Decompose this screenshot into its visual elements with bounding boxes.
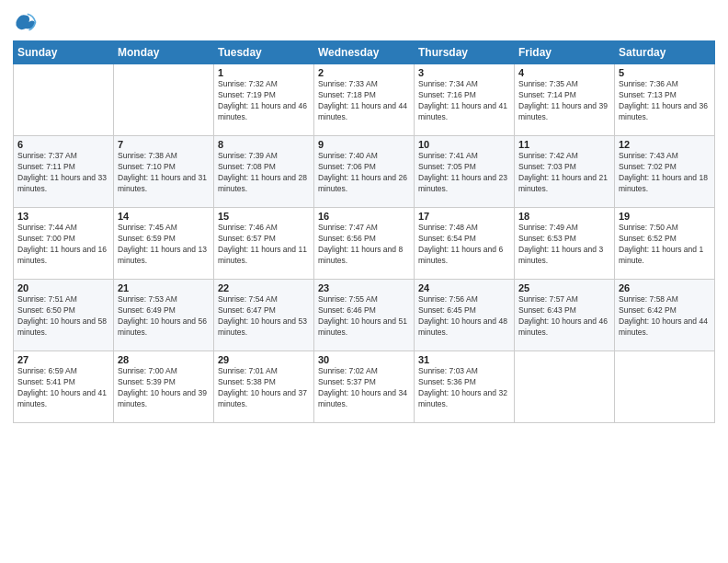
day-number: 13: [17, 211, 109, 222]
calendar-cell: 16Sunrise: 7:47 AMSunset: 6:56 PMDayligh…: [314, 208, 415, 280]
calendar-cell: 5Sunrise: 7:36 AMSunset: 7:13 PMDaylight…: [615, 64, 715, 136]
calendar-cell: 21Sunrise: 7:53 AMSunset: 6:49 PMDayligh…: [114, 280, 214, 351]
calendar-cell: [14, 64, 114, 136]
calendar-cell: 25Sunrise: 7:57 AMSunset: 6:43 PMDayligh…: [515, 280, 615, 351]
calendar-cell: 4Sunrise: 7:35 AMSunset: 7:14 PMDaylight…: [515, 64, 615, 136]
day-number: 9: [318, 139, 410, 150]
calendar-cell: 26Sunrise: 7:58 AMSunset: 6:42 PMDayligh…: [615, 280, 715, 351]
day-info: Sunrise: 7:01 AMSunset: 5:38 PMDaylight:…: [218, 366, 310, 410]
day-number: 18: [518, 211, 610, 222]
calendar-row-4: 27Sunrise: 6:59 AMSunset: 5:41 PMDayligh…: [14, 351, 715, 423]
day-info: Sunrise: 7:43 AMSunset: 7:02 PMDaylight:…: [619, 151, 711, 195]
day-number: 30: [318, 354, 410, 365]
calendar-cell: 8Sunrise: 7:39 AMSunset: 7:08 PMDaylight…: [214, 136, 314, 208]
calendar-cell: 29Sunrise: 7:01 AMSunset: 5:38 PMDayligh…: [214, 351, 314, 423]
day-info: Sunrise: 7:36 AMSunset: 7:13 PMDaylight:…: [619, 79, 711, 123]
day-number: 17: [418, 211, 510, 222]
day-info: Sunrise: 7:39 AMSunset: 7:08 PMDaylight:…: [218, 151, 310, 195]
day-number: 12: [619, 139, 711, 150]
day-number: 8: [218, 139, 310, 150]
header-cell-friday: Friday: [515, 41, 615, 64]
day-info: Sunrise: 7:53 AMSunset: 6:49 PMDaylight:…: [118, 294, 210, 339]
calendar-cell: 28Sunrise: 7:00 AMSunset: 5:39 PMDayligh…: [114, 351, 214, 423]
calendar-cell: 9Sunrise: 7:40 AMSunset: 7:06 PMDaylight…: [314, 136, 415, 208]
calendar-cell: 31Sunrise: 7:03 AMSunset: 5:36 PMDayligh…: [415, 351, 515, 423]
day-info: Sunrise: 7:46 AMSunset: 6:57 PMDaylight:…: [218, 223, 310, 267]
page: SundayMondayTuesdayWednesdayThursdayFrid…: [0, 0, 728, 563]
calendar-cell: 24Sunrise: 7:56 AMSunset: 6:45 PMDayligh…: [415, 280, 515, 351]
day-info: Sunrise: 7:44 AMSunset: 7:00 PMDaylight:…: [17, 223, 109, 267]
day-number: 25: [518, 282, 610, 293]
calendar-cell: 30Sunrise: 7:02 AMSunset: 5:37 PMDayligh…: [314, 351, 415, 423]
header-cell-thursday: Thursday: [415, 41, 515, 64]
day-info: Sunrise: 7:58 AMSunset: 6:42 PMDaylight:…: [619, 294, 711, 339]
day-number: 6: [17, 139, 109, 150]
logo-icon: [13, 9, 39, 35]
header-cell-saturday: Saturday: [615, 41, 715, 64]
day-info: Sunrise: 7:35 AMSunset: 7:14 PMDaylight:…: [518, 79, 610, 123]
day-number: 16: [318, 211, 410, 222]
day-info: Sunrise: 7:34 AMSunset: 7:16 PMDaylight:…: [418, 79, 510, 123]
day-number: 20: [17, 282, 109, 293]
calendar-cell: 13Sunrise: 7:44 AMSunset: 7:00 PMDayligh…: [14, 208, 114, 280]
day-number: 23: [318, 282, 410, 293]
logo: [13, 9, 42, 35]
day-info: Sunrise: 7:03 AMSunset: 5:36 PMDaylight:…: [418, 366, 510, 410]
day-info: Sunrise: 7:00 AMSunset: 5:39 PMDaylight:…: [118, 366, 210, 410]
header-cell-sunday: Sunday: [14, 41, 114, 64]
header-cell-monday: Monday: [114, 41, 214, 64]
day-info: Sunrise: 7:56 AMSunset: 6:45 PMDaylight:…: [418, 294, 510, 339]
day-info: Sunrise: 7:47 AMSunset: 6:56 PMDaylight:…: [318, 223, 410, 267]
day-info: Sunrise: 7:45 AMSunset: 6:59 PMDaylight:…: [118, 223, 210, 267]
day-info: Sunrise: 7:41 AMSunset: 7:05 PMDaylight:…: [418, 151, 510, 195]
calendar-cell: [114, 64, 214, 136]
day-info: Sunrise: 7:38 AMSunset: 7:10 PMDaylight:…: [118, 151, 210, 195]
calendar-cell: 2Sunrise: 7:33 AMSunset: 7:18 PMDaylight…: [314, 64, 415, 136]
day-number: 28: [118, 354, 210, 365]
day-info: Sunrise: 7:40 AMSunset: 7:06 PMDaylight:…: [318, 151, 410, 195]
day-number: 31: [418, 354, 510, 365]
header-cell-tuesday: Tuesday: [214, 41, 314, 64]
day-info: Sunrise: 7:32 AMSunset: 7:19 PMDaylight:…: [218, 79, 310, 123]
day-number: 29: [218, 354, 310, 365]
day-number: 21: [118, 282, 210, 293]
day-info: Sunrise: 7:48 AMSunset: 6:54 PMDaylight:…: [418, 223, 510, 267]
day-number: 27: [17, 354, 109, 365]
day-info: Sunrise: 7:42 AMSunset: 7:03 PMDaylight:…: [518, 151, 610, 195]
day-number: 24: [418, 282, 510, 293]
day-info: Sunrise: 7:37 AMSunset: 7:11 PMDaylight:…: [17, 151, 109, 195]
day-number: 1: [218, 67, 310, 78]
calendar-cell: 19Sunrise: 7:50 AMSunset: 6:52 PMDayligh…: [615, 208, 715, 280]
calendar-row-2: 13Sunrise: 7:44 AMSunset: 7:00 PMDayligh…: [14, 208, 715, 280]
day-number: 15: [218, 211, 310, 222]
calendar-cell: 12Sunrise: 7:43 AMSunset: 7:02 PMDayligh…: [615, 136, 715, 208]
day-number: 7: [118, 139, 210, 150]
calendar-header-row: SundayMondayTuesdayWednesdayThursdayFrid…: [14, 41, 715, 64]
day-info: Sunrise: 7:57 AMSunset: 6:43 PMDaylight:…: [518, 294, 610, 339]
calendar-cell: 22Sunrise: 7:54 AMSunset: 6:47 PMDayligh…: [214, 280, 314, 351]
day-number: 11: [518, 139, 610, 150]
calendar-row-1: 6Sunrise: 7:37 AMSunset: 7:11 PMDaylight…: [14, 136, 715, 208]
day-number: 4: [518, 67, 610, 78]
calendar-cell: 27Sunrise: 6:59 AMSunset: 5:41 PMDayligh…: [14, 351, 114, 423]
calendar-row-3: 20Sunrise: 7:51 AMSunset: 6:50 PMDayligh…: [14, 280, 715, 351]
day-number: 26: [619, 282, 711, 293]
calendar-cell: 1Sunrise: 7:32 AMSunset: 7:19 PMDaylight…: [214, 64, 314, 136]
calendar-cell: 3Sunrise: 7:34 AMSunset: 7:16 PMDaylight…: [415, 64, 515, 136]
header: [13, 9, 715, 35]
day-info: Sunrise: 7:51 AMSunset: 6:50 PMDaylight:…: [17, 294, 109, 339]
calendar-cell: [515, 351, 615, 423]
day-number: 22: [218, 282, 310, 293]
day-number: 14: [118, 211, 210, 222]
calendar-cell: 11Sunrise: 7:42 AMSunset: 7:03 PMDayligh…: [515, 136, 615, 208]
calendar-cell: 15Sunrise: 7:46 AMSunset: 6:57 PMDayligh…: [214, 208, 314, 280]
day-number: 2: [318, 67, 410, 78]
day-info: Sunrise: 7:50 AMSunset: 6:52 PMDaylight:…: [619, 223, 711, 267]
calendar-cell: 18Sunrise: 7:49 AMSunset: 6:53 PMDayligh…: [515, 208, 615, 280]
calendar-cell: 14Sunrise: 7:45 AMSunset: 6:59 PMDayligh…: [114, 208, 214, 280]
day-info: Sunrise: 7:49 AMSunset: 6:53 PMDaylight:…: [518, 223, 610, 267]
day-number: 5: [619, 67, 711, 78]
calendar-cell: 10Sunrise: 7:41 AMSunset: 7:05 PMDayligh…: [415, 136, 515, 208]
day-info: Sunrise: 7:02 AMSunset: 5:37 PMDaylight:…: [318, 366, 410, 410]
day-info: Sunrise: 7:55 AMSunset: 6:46 PMDaylight:…: [318, 294, 410, 339]
